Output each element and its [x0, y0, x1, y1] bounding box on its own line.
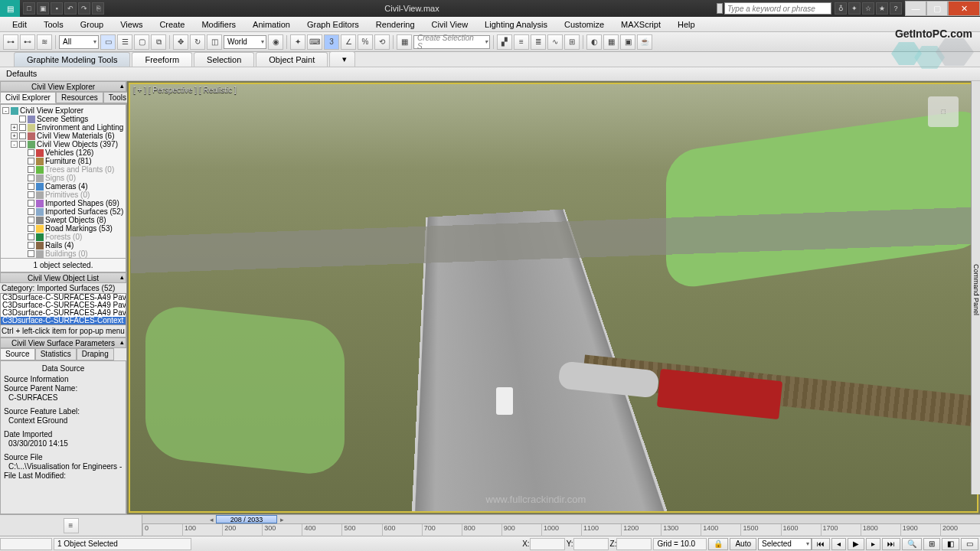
tree-toggle-icon[interactable]	[19, 158, 26, 165]
prev-frame-icon[interactable]: ◂	[831, 538, 846, 550]
tree-checkbox[interactable]	[28, 191, 34, 198]
tree-toggle-icon[interactable]: -	[2, 107, 9, 114]
snap-icon[interactable]: 3	[324, 34, 339, 50]
tree-toggle-icon[interactable]	[11, 116, 18, 122]
app-logo[interactable]: ▤	[0, 0, 20, 17]
maximize-button[interactable]: ▢	[926, 1, 948, 16]
selection-filter-combo[interactable]: All	[59, 35, 99, 49]
next-frame-icon[interactable]: ▸	[866, 538, 880, 550]
open-icon[interactable]: ▣	[37, 2, 49, 15]
tree-item[interactable]: Vehicles (126)	[1, 148, 126, 157]
new-icon[interactable]: □	[23, 2, 35, 15]
civil-tree[interactable]: -Civil View Explorer Scene Settings+Envi…	[0, 104, 126, 259]
tree-item[interactable]: Signs (0)	[1, 174, 126, 182]
select-tool-icon[interactable]: ▭	[100, 34, 116, 50]
menu-graph-editors[interactable]: Graph Editors	[299, 18, 367, 31]
civil-tab-civil-explorer[interactable]: Civil Explorer	[0, 92, 56, 103]
civil-tab-resources[interactable]: Resources	[56, 92, 103, 103]
align-icon[interactable]: ≡	[514, 34, 529, 50]
unlink-tool-icon[interactable]: ⊷	[20, 34, 35, 50]
menu-animation[interactable]: Animation	[245, 18, 298, 31]
tree-checkbox[interactable]	[19, 116, 26, 122]
menu-edit[interactable]: Edit	[5, 18, 34, 31]
param-tab-statistics[interactable]: Statistics	[35, 348, 77, 360]
autokey-button[interactable]: Auto	[730, 538, 756, 550]
schematic-icon[interactable]: ⊞	[564, 34, 580, 50]
tree-item[interactable]: Road Markings (53)	[1, 224, 126, 233]
curve-editor-icon[interactable]: ∿	[547, 34, 563, 50]
tree-toggle-icon[interactable]	[19, 233, 26, 240]
list-item[interactable]: C3Dsurface-C-SURFACES-A49 PavedIslar	[1, 309, 126, 317]
tree-checkbox[interactable]	[28, 166, 34, 173]
tree-item[interactable]: Rails (4)	[1, 241, 126, 249]
link-tool-icon[interactable]: ⊶	[3, 34, 18, 50]
render-icon[interactable]: ☕	[637, 34, 652, 50]
window-cross-icon[interactable]: ⧉	[151, 34, 166, 50]
ribbon-tab-graphite-modeling-tools[interactable]: Graphite Modeling Tools	[14, 52, 130, 67]
list-item[interactable]: C3Dsurface-C-SURFACES-Context EGrou	[1, 317, 126, 324]
star-icon[interactable]: ☆	[862, 2, 874, 15]
rollup-icon[interactable]: ▴	[120, 338, 124, 346]
y-input[interactable]	[573, 538, 609, 550]
play-icon[interactable]: ▶	[848, 538, 864, 550]
menu-rendering[interactable]: Rendering	[368, 18, 423, 31]
ribbon-tab-selection[interactable]: Selection	[194, 52, 254, 67]
ribbon-tab-freeform[interactable]: Freeform	[132, 52, 192, 67]
material-icon[interactable]: ◐	[586, 34, 602, 50]
defaults-tab[interactable]: Defaults	[6, 69, 37, 78]
select-name-icon[interactable]: ☰	[117, 34, 132, 50]
nav-region-icon[interactable]: ▭	[961, 538, 978, 550]
time-next-icon[interactable]: ▸	[280, 516, 284, 523]
tree-toggle-icon[interactable]: +	[11, 124, 18, 131]
link-icon[interactable]: ⎘	[92, 2, 104, 15]
tree-item[interactable]: Imported Surfaces (52)	[1, 207, 126, 216]
menu-civil-view[interactable]: Civil View	[424, 18, 475, 31]
menu-modifiers[interactable]: Modifiers	[194, 18, 243, 31]
pivot-icon[interactable]: ◉	[268, 34, 283, 50]
tree-item[interactable]: +Environment and Lighting	[1, 123, 126, 132]
tree-checkbox[interactable]	[28, 208, 34, 215]
menu-views[interactable]: Views	[113, 18, 150, 31]
tree-checkbox[interactable]	[19, 124, 26, 131]
tree-checkbox[interactable]	[28, 225, 34, 232]
nav-zoom-icon[interactable]: 🔍	[902, 538, 922, 550]
rollup-icon[interactable]: ▴	[120, 273, 124, 281]
select-region-icon[interactable]: ▢	[134, 34, 149, 50]
tree-checkbox[interactable]	[28, 174, 34, 181]
tree-checkbox[interactable]	[28, 233, 34, 240]
search-toggle-icon[interactable]	[717, 3, 723, 14]
scale-tool-icon[interactable]: ◫	[207, 34, 222, 50]
redo-icon[interactable]: ↷	[78, 2, 90, 15]
tree-item[interactable]: -Civil View Explorer	[1, 106, 126, 115]
tree-item[interactable]: Scene Settings	[1, 115, 126, 123]
tree-item[interactable]: Buildings (0)	[1, 249, 126, 258]
tree-checkbox[interactable]	[19, 141, 26, 148]
tree-item[interactable]: Forests (0)	[1, 233, 126, 241]
time-prev-icon[interactable]: ◂	[210, 516, 214, 523]
tree-toggle-icon[interactable]: +	[11, 132, 18, 139]
lock-icon[interactable]: 🔒	[708, 538, 728, 550]
named-sel-icon[interactable]: ▦	[397, 34, 412, 50]
tree-item[interactable]: Imported Shapes (69)	[1, 199, 126, 207]
list-item[interactable]: C3Dsurface-C-SURFACES-A49 PavedIslar	[1, 294, 126, 302]
ribbon-overflow-icon[interactable]: ▾	[329, 51, 355, 67]
spinner-snap-icon[interactable]: ⟲	[374, 34, 390, 50]
render-setup-icon[interactable]: ▦	[603, 34, 619, 50]
tree-toggle-icon[interactable]	[19, 149, 26, 156]
help-icon[interactable]: ?	[890, 2, 902, 15]
tree-toggle-icon[interactable]: -	[11, 141, 18, 148]
rotate-tool-icon[interactable]: ↻	[190, 34, 205, 50]
menu-create[interactable]: Create	[152, 18, 192, 31]
percent-snap-icon[interactable]: %	[358, 34, 373, 50]
viewport[interactable]: [ + ] [ Perspective ] [ Realistic ] www.…	[129, 83, 978, 513]
keyboard-icon[interactable]: ⌨	[307, 34, 322, 50]
time-handle[interactable]: 208 / 2033	[216, 515, 277, 523]
render-frame-icon[interactable]: ▣	[620, 34, 635, 50]
bind-tool-icon[interactable]: ≋	[37, 34, 52, 50]
tree-toggle-icon[interactable]	[19, 166, 26, 173]
tree-checkbox[interactable]	[28, 217, 34, 223]
tree-checkbox[interactable]	[28, 149, 34, 156]
ribbon-tab-object-paint[interactable]: Object Paint	[256, 52, 328, 67]
list-item[interactable]: C3Dsurface-C-SURFACES-A49 PavedIslar	[1, 302, 126, 309]
menu-tools[interactable]: Tools	[36, 18, 71, 31]
